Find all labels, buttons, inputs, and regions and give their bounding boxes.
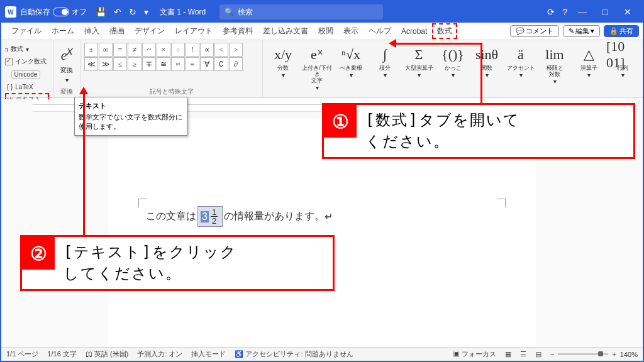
- structure-item[interactable]: x/y分数▾: [267, 43, 299, 96]
- help-icon[interactable]: ?: [562, 7, 567, 17]
- tab-view[interactable]: 表示: [338, 23, 364, 39]
- zoom-value[interactable]: 140%: [620, 351, 638, 358]
- structure-item[interactable]: äアクセント▾: [504, 43, 537, 96]
- symbol-cell[interactable]: ∀: [200, 57, 214, 71]
- structure-item[interactable]: ⁿ√xべき乗根▾: [335, 43, 367, 96]
- latex-option[interactable]: { } LaTeX: [5, 80, 49, 93]
- tab-design[interactable]: デザイン: [130, 23, 170, 39]
- status-lang[interactable]: 🕮 英語 (米国): [86, 349, 128, 359]
- doc-title: 文書 1 - Word: [160, 7, 206, 18]
- convert-icon[interactable]: ex: [61, 44, 73, 63]
- status-words[interactable]: 1/16 文字: [47, 349, 76, 359]
- symbol-cell[interactable]: ±: [84, 43, 98, 57]
- redo-icon[interactable]: ↻: [129, 7, 136, 17]
- paragraph-mark-icon: ↵: [325, 211, 333, 222]
- arrow-1-line: [392, 43, 480, 45]
- tooltip-title: テキスト: [79, 101, 183, 111]
- structure-item[interactable]: △演算子▾: [572, 43, 605, 96]
- structure-item[interactable]: ∫積分▾: [369, 43, 401, 96]
- tab-home[interactable]: ホーム: [47, 23, 79, 39]
- symbol-cell[interactable]: ~: [142, 43, 156, 57]
- structure-item[interactable]: lim極限と対数▾: [538, 43, 571, 96]
- structure-item[interactable]: {()}かっこ▾: [436, 43, 469, 96]
- zoom-control[interactable]: − + 140%: [550, 351, 638, 358]
- formula-dropdown[interactable]: π 数式 ▾: [5, 43, 49, 55]
- search-box[interactable]: 🔍 検索: [219, 4, 383, 19]
- tab-insert[interactable]: 挿入: [79, 23, 104, 39]
- close-icon[interactable]: ✕: [616, 7, 639, 17]
- undo-icon[interactable]: ↶: [114, 7, 121, 17]
- structure-item[interactable]: [10 01]行列▾: [606, 43, 639, 96]
- view-read-icon[interactable]: ☰: [520, 350, 526, 358]
- symbol-cell[interactable]: ≈: [171, 57, 185, 71]
- tab-references[interactable]: 参考資料: [218, 23, 258, 39]
- unicode-option[interactable]: Unicode: [5, 68, 49, 80]
- text-before: この文章は: [146, 210, 196, 223]
- structure-item[interactable]: Σ大型演算子▾: [402, 43, 435, 96]
- maximize-icon[interactable]: □: [594, 7, 616, 17]
- tab-help[interactable]: ヘルプ: [364, 23, 396, 39]
- symbol-cell[interactable]: ×: [157, 43, 170, 57]
- ink-equation[interactable]: インク数式: [5, 55, 49, 68]
- arrow-1-head-icon: [389, 39, 396, 48]
- tab-equation[interactable]: 数式: [432, 23, 457, 39]
- titlebar: W 自動保存 オフ 💾 ↶ ↻ ▾ 文書 1 - Word 🔍 検索 ⟳ ? —…: [1, 1, 643, 23]
- symbol-cell[interactable]: ∁: [214, 57, 228, 71]
- symbol-cell[interactable]: >: [229, 43, 243, 57]
- symbol-cell[interactable]: ≡: [186, 57, 199, 71]
- ribbon-group-convert: ex 変換 ▾ 変換: [53, 40, 80, 97]
- symbol-cell[interactable]: =: [113, 43, 127, 57]
- view-web-icon[interactable]: ▤: [535, 350, 541, 358]
- statusbar: 1/1 ページ 1/16 文字 🕮 英語 (米国) 予測入力: オン 挿入モード…: [1, 347, 643, 361]
- arrow-1-line: [480, 43, 482, 104]
- symbol-cell[interactable]: ∂: [229, 57, 243, 71]
- symbol-cell[interactable]: ∓: [142, 57, 156, 71]
- arrow-2-line: [83, 89, 85, 236]
- symbol-cell[interactable]: !: [186, 43, 199, 57]
- sync-icon[interactable]: ⟳: [547, 7, 555, 17]
- symbol-cell[interactable]: ≪: [84, 57, 98, 71]
- ribbon: π 数式 ▾ インク数式 Unicode { } LaTeX ab テキスト ツ…: [1, 40, 643, 98]
- zoom-slider[interactable]: [558, 353, 608, 355]
- tab-acrobat[interactable]: Acrobat: [396, 25, 432, 38]
- symbol-cell[interactable]: ≤: [113, 57, 127, 71]
- edit-button[interactable]: ✎ 編集 ▾: [563, 25, 600, 37]
- symbol-cell[interactable]: ≅: [157, 57, 170, 71]
- fraction: 1 2: [211, 208, 218, 225]
- symbol-cell[interactable]: ≥: [128, 57, 142, 71]
- convert-label[interactable]: 変換: [60, 66, 73, 75]
- save-icon[interactable]: 💾: [96, 7, 106, 17]
- status-page[interactable]: 1/1 ページ: [6, 349, 38, 359]
- symbol-cell[interactable]: <: [214, 43, 228, 57]
- callout-1: ① [数式]タブを開いて ください。: [322, 103, 635, 159]
- callout-number: ②: [22, 237, 55, 270]
- symbol-cell[interactable]: ÷: [171, 43, 185, 57]
- symbol-cell[interactable]: ∞: [99, 43, 113, 57]
- ribbon-group-structures: x/y分数▾eˣ上付き/下付き文字▾ⁿ√xべき乗根▾∫積分▾Σ大型演算子▾{()…: [263, 40, 643, 97]
- tab-mailings[interactable]: 差し込み文書: [258, 23, 313, 39]
- tab-review[interactable]: 校閲: [313, 23, 338, 39]
- symbol-cell[interactable]: ≫: [99, 57, 113, 71]
- minimize-icon[interactable]: —: [571, 7, 594, 17]
- share-button[interactable]: 🔒 共有: [604, 25, 639, 37]
- status-a11y[interactable]: ♿ アクセシビリティ: 問題ありません: [235, 349, 353, 359]
- symbol-cell[interactable]: ∝: [200, 43, 214, 57]
- status-predict[interactable]: 予測入力: オン: [137, 349, 182, 359]
- zoom-out-icon[interactable]: −: [550, 351, 554, 358]
- symbol-grid[interactable]: ±∞=≠~×÷!∝<>≪≫≤≥∓≅≈≡∀∁∂: [84, 43, 258, 71]
- comment-button[interactable]: 💬 コメント: [510, 25, 559, 37]
- tab-layout[interactable]: レイアウト: [170, 23, 218, 39]
- tab-file[interactable]: ファイル: [6, 23, 47, 39]
- status-insert[interactable]: 挿入モード: [191, 349, 226, 359]
- structure-item[interactable]: sinθ関数▾: [470, 43, 503, 96]
- status-focus[interactable]: ▣ フォーカス: [453, 349, 496, 359]
- zoom-in-icon[interactable]: +: [612, 351, 616, 358]
- tab-draw[interactable]: 描画: [104, 23, 130, 39]
- structure-item[interactable]: eˣ上付き/下付き文字▾: [301, 43, 333, 96]
- symbol-cell[interactable]: ≠: [128, 43, 142, 57]
- autosave-toggle[interactable]: 自動保存 オフ: [20, 7, 87, 18]
- text-line[interactable]: この文章は 3 1 2 の情報量があります。 ↵: [146, 206, 498, 227]
- ribbon-group-symbols: ±∞=≠~×÷!∝<>≪≫≤≥∓≅≈≡∀∁∂ 記号と特殊文字: [80, 40, 263, 97]
- equation-field[interactable]: 3 1 2: [197, 206, 223, 227]
- view-print-icon[interactable]: ▦: [505, 350, 511, 358]
